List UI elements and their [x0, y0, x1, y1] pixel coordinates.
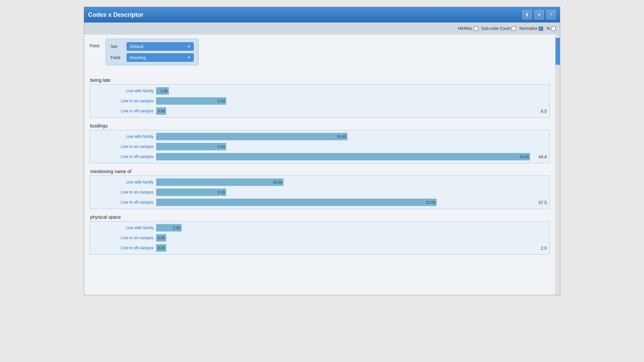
bar-fill-3-2: 0.00 — [156, 244, 166, 252]
percent-checkbox[interactable] — [552, 27, 556, 31]
bar-row-3-2: Live in off-campus0.002.0 — [92, 243, 547, 253]
group-total-2-2: 37.5 — [530, 200, 547, 205]
group-2: mentioning name ofLive with family10.00L… — [89, 169, 550, 209]
bar-area-0-2: 0.00 — [156, 107, 530, 115]
bar-fill-0-0: 1.00 — [156, 87, 169, 95]
bar-area-3-0: 2.00 — [156, 224, 530, 231]
group-label-0: being late — [89, 77, 550, 83]
bar-area-3-2: 0.00 — [156, 244, 530, 252]
expand-icon[interactable]: ✕ — [534, 10, 544, 19]
normalize-item: Normalize — [519, 26, 543, 31]
subcode-count-label: Sub-code Count — [481, 26, 511, 31]
title-bar-icons: ⬆ ✕ ? — [522, 10, 556, 19]
percent-item: % — [546, 26, 556, 31]
scrollbar-track[interactable] — [555, 35, 560, 295]
group-1: buidingsLive with family15.00Live in on-… — [89, 123, 550, 163]
bar-row-1-0: Live with family15.00 — [92, 132, 547, 142]
bar-row-0-2: Live in off-campus0.006.5 — [92, 106, 547, 116]
group-bars-box-3: Live with family2.00Live in on-campus0.0… — [89, 221, 550, 255]
bar-row-2-0: Live with family10.00 — [92, 177, 547, 187]
main-content: Field: Set: Default ▼ Field: Housing ▼ — [84, 35, 555, 295]
scrollbar-thumb[interactable] — [556, 38, 560, 65]
window-title: Codes x Descriptor — [88, 11, 143, 18]
bar-area-1-2: 29.33 — [156, 153, 530, 160]
bar-fill-3-1: 0.00 — [156, 234, 166, 242]
bar-fill-3-0: 2.00 — [156, 224, 182, 231]
bar-row-0-1: Live in on-campus5.50 — [92, 96, 547, 106]
bar-area-2-0: 10.00 — [156, 178, 530, 186]
group-0: being lateLive with family1.00Live in on… — [89, 77, 550, 118]
bar-label-2-2: Live in off-campus — [92, 200, 156, 205]
field-label: Field: — [111, 55, 124, 60]
set-value: Default — [130, 44, 143, 49]
toolbar: Hit/Miss Sub-code Count Normalize % — [84, 22, 560, 35]
bar-label-1-1: Live in on-campus — [92, 144, 156, 149]
field-row: Field: Housing ▼ — [111, 53, 194, 62]
bar-area-3-1: 0.00 — [156, 234, 530, 242]
upload-icon[interactable]: ⬆ — [522, 10, 532, 19]
bar-row-2-2: Live in off-campus22.0037.5 — [92, 197, 547, 207]
bar-fill-1-2: 29.33 — [156, 153, 530, 160]
group-label-1: buidings — [89, 123, 550, 128]
bar-row-1-1: Live in on-campus5.50 — [92, 142, 547, 152]
group-total-1-2: 49.8 — [530, 154, 547, 159]
bar-row-1-2: Live in off-campus29.3349.8 — [92, 152, 547, 162]
field-outer-label: Field: — [89, 43, 100, 48]
normalize-checkbox[interactable] — [539, 27, 543, 31]
bar-label-3-2: Live in off-campus — [92, 246, 156, 250]
field-selector-box: Set: Default ▼ Field: Housing ▼ — [106, 39, 199, 65]
percent-label: % — [546, 26, 550, 31]
group-total-0-2: 6.5 — [530, 109, 547, 114]
hit-miss-checkbox[interactable] — [474, 27, 478, 31]
group-3: physical spaceLive with family2.00Live i… — [89, 214, 550, 255]
field-dropdown-arrow: ▼ — [187, 56, 191, 59]
normalize-label: Normalize — [519, 26, 537, 31]
main-window: Codes x Descriptor ⬆ ✕ ? Hit/Miss Sub-co… — [84, 7, 560, 295]
hit-miss-label: Hit/Miss — [458, 26, 472, 31]
bar-label-1-2: Live in off-campus — [92, 154, 156, 159]
bar-label-2-1: Live in on-campus — [92, 190, 156, 195]
group-label-2: mentioning name of — [89, 169, 550, 174]
field-value: Housing — [130, 55, 146, 60]
subcode-count-item: Sub-code Count — [481, 26, 516, 31]
bar-area-1-0: 15.00 — [156, 133, 530, 140]
bar-row-2-1: Live in on-campus5.50 — [92, 187, 547, 197]
bar-fill-2-0: 10.00 — [156, 178, 283, 186]
bar-fill-2-1: 5.50 — [156, 189, 226, 196]
groups-container: being lateLive with family1.00Live in on… — [89, 77, 550, 255]
bar-label-0-1: Live in on-campus — [92, 99, 156, 103]
bar-fill-2-2: 22.00 — [156, 199, 437, 206]
bar-fill-1-0: 15.00 — [156, 133, 347, 140]
bar-area-0-0: 1.00 — [156, 87, 530, 95]
bar-area-0-1: 5.50 — [156, 97, 530, 105]
group-bars-box-1: Live with family15.00Live in on-campus5.… — [89, 130, 550, 163]
content-area: Field: Set: Default ▼ Field: Housing ▼ — [84, 35, 560, 295]
help-icon[interactable]: ? — [546, 10, 556, 19]
set-dropdown-arrow: ▼ — [187, 45, 191, 48]
title-bar: Codes x Descriptor ⬆ ✕ ? — [84, 7, 560, 22]
field-dropdown[interactable]: Housing ▼ — [127, 53, 194, 62]
bar-label-1-0: Live with family — [92, 134, 156, 139]
bar-label-3-1: Live in on-campus — [92, 236, 156, 240]
bar-area-2-1: 5.50 — [156, 189, 530, 196]
bar-label-2-0: Live with family — [92, 180, 156, 185]
bar-area-2-2: 22.00 — [156, 199, 530, 206]
set-dropdown[interactable]: Default ▼ — [127, 42, 194, 51]
hit-miss-item: Hit/Miss — [458, 26, 478, 31]
group-bars-box-2: Live with family10.00Live in on-campus5.… — [89, 175, 550, 209]
bar-label-0-2: Live in off-campus — [92, 109, 156, 113]
group-total-3-2: 2.0 — [530, 246, 547, 251]
group-bars-box-0: Live with family1.00Live in on-campus5.5… — [89, 84, 550, 118]
bar-fill-0-1: 5.50 — [156, 97, 226, 105]
bar-row-0-0: Live with family1.00 — [92, 86, 547, 96]
bar-label-0-0: Live with family — [92, 89, 156, 93]
bar-fill-0-2: 0.00 — [156, 107, 166, 115]
bar-fill-1-1: 5.50 — [156, 143, 226, 150]
bar-row-3-0: Live with family2.00 — [92, 223, 547, 233]
bar-area-1-1: 5.50 — [156, 143, 530, 150]
set-row: Set: Default ▼ — [111, 42, 194, 51]
subcode-count-checkbox[interactable] — [512, 27, 516, 31]
set-label: Set: — [111, 44, 124, 49]
bar-row-3-1: Live in on-campus0.00 — [92, 233, 547, 243]
bar-label-3-0: Live with family — [92, 225, 156, 230]
